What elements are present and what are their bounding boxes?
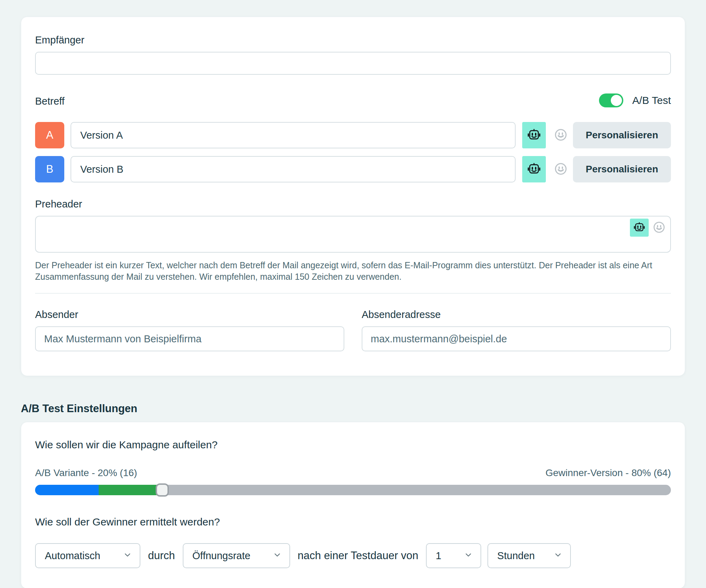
ab-settings-heading: A/B Test Einstellungen [21,402,685,416]
subject-version-a-input[interactable] [71,122,516,148]
duration-unit-value: Stunden [497,550,535,562]
smiley-icon [554,128,568,143]
subject-version-a-row: A [35,122,671,148]
sender-address-label: Absenderadresse [362,308,671,321]
version-a-badge: A [35,122,64,148]
robot-icon [527,162,541,177]
winner-mode-value: Automatisch [45,550,100,562]
campaign-editor-page: Empfänger Betreff A/B Test A [0,0,706,588]
preheader-label: Preheader [35,198,671,210]
personalize-button-a[interactable]: Personalisieren [573,122,671,148]
chevron-down-icon [464,550,473,561]
ab-test-toggle-group: A/B Test [599,93,671,107]
connector-durch: durch [148,549,175,562]
winner-mode-select[interactable]: Automatisch [35,543,140,568]
emoji-picker-button-a[interactable] [553,122,569,148]
chevron-down-icon [273,550,282,561]
test-duration-value: 1 [436,550,441,562]
sender-address-input[interactable] [362,326,671,351]
connector-testdauer: nach einer Testdauer von [298,549,419,562]
smiley-icon [652,221,666,235]
slider-segment-b [99,485,162,495]
winner-metric-select[interactable]: Öffnungsrate [183,543,290,568]
robot-icon [527,128,541,143]
robot-icon [633,221,646,235]
sender-input[interactable] [35,326,344,351]
emoji-picker-button-b[interactable] [553,156,569,182]
test-duration-select[interactable]: 1 [426,543,481,568]
chevron-down-icon [123,550,132,561]
sender-address-field-group: Absenderadresse [362,308,671,351]
emoji-picker-button-preheader[interactable] [651,220,667,235]
winner-question: Wie soll der Gewinner ermittelt werden? [35,515,671,529]
toggle-knob [611,95,622,106]
ai-assistant-button-preheader[interactable] [630,219,649,237]
chevron-down-icon [553,550,563,561]
ai-assistant-button-a[interactable] [522,122,546,148]
slider-segment-a [35,485,99,495]
subject-label: Betreff [35,95,65,107]
recipient-input[interactable] [35,52,671,75]
subject-version-b-input[interactable] [71,156,516,182]
winner-metric-value: Öffnungsrate [192,550,251,562]
personalize-button-b[interactable]: Personalisieren [573,156,671,182]
ai-assistant-button-b[interactable] [522,156,546,182]
split-slider[interactable] [35,483,671,497]
smiley-icon [554,162,568,177]
preheader-field-wrap [35,216,671,253]
split-variant-label: A/B Variante - 20% (16) [35,467,137,479]
recipient-label: Empfänger [35,34,671,46]
ab-test-toggle[interactable] [599,93,623,107]
ab-settings-card: Wie sollen wir die Kampagne aufteilen? A… [21,422,685,588]
slider-track[interactable] [35,485,671,495]
section-divider [35,293,671,294]
preheader-help-text: Der Preheader ist ein kurzer Text, welch… [35,260,671,283]
preheader-textarea[interactable] [35,216,671,253]
sender-field-group: Absender [35,308,344,351]
split-question: Wie sollen wir die Kampagne aufteilen? [35,438,671,451]
split-winner-label: Gewinner-Version - 80% (64) [545,467,671,479]
duration-unit-select[interactable]: Stunden [487,543,571,568]
version-b-badge: B [35,156,64,182]
subject-version-b-row: B [35,156,671,182]
sender-label: Absender [35,308,344,321]
email-editor-card: Empfänger Betreff A/B Test A [21,17,685,376]
slider-handle[interactable] [156,483,169,497]
ab-test-toggle-label: A/B Test [632,95,671,106]
